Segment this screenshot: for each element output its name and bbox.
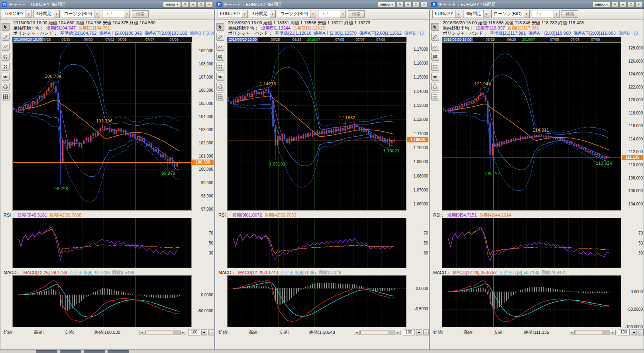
chart-style-select[interactable]: ローソク(BID) <box>278 10 316 18</box>
scroll-thumb[interactable] <box>145 331 173 334</box>
zoom-out-button[interactable]: - <box>423 329 429 335</box>
price-chart[interactable] <box>442 43 621 210</box>
maximize-button[interactable]: □ <box>627 2 634 7</box>
bar-count-input[interactable]: 100 <box>188 329 200 335</box>
search-button[interactable]: 検索 <box>348 10 365 18</box>
bb-dev-a-up-value: 偏差A上[2.00]119.960 <box>528 31 571 35</box>
close-button[interactable]: × <box>420 2 428 7</box>
tool-eye-button[interactable] <box>216 73 224 81</box>
search-button[interactable]: 検索 <box>562 10 578 18</box>
menu-button[interactable]: MENU <box>378 2 396 7</box>
close-button[interactable]: × <box>206 2 213 7</box>
tool-printer-button[interactable] <box>216 83 224 91</box>
tool-candlestick-button[interactable] <box>2 53 10 61</box>
tool-layout-grid-button[interactable] <box>2 93 10 101</box>
zoom-in-button[interactable]: + <box>631 329 636 335</box>
macd-header: MACD：MACD[12-26]-25.8752シグナル[9]-50.7183乖… <box>430 270 644 275</box>
scroll-right-button[interactable] <box>610 330 616 335</box>
macd-chart[interactable] <box>228 276 406 327</box>
tool-markers-button[interactable] <box>216 63 224 71</box>
scroll-track[interactable] <box>575 330 610 335</box>
search-button[interactable]: 検索 <box>132 10 149 18</box>
rsi-chart[interactable] <box>442 218 621 268</box>
minimize-button[interactable]: – <box>190 2 197 7</box>
macd-chart[interactable] <box>442 276 621 327</box>
timeframe-select[interactable]: 4時間足 <box>33 10 59 18</box>
tool-printer-button[interactable] <box>2 83 10 91</box>
rsi-chart[interactable] <box>228 218 406 268</box>
pair-select[interactable]: USD/JPY <box>3 10 31 18</box>
h-scrollbar[interactable] <box>139 330 186 335</box>
pencil-button[interactable]: ✎ <box>611 2 618 7</box>
sma-label: 単純移動平均： <box>13 26 44 30</box>
tool-layout-grid-button[interactable] <box>431 93 439 101</box>
titlebar[interactable]: n チャート：EUR/USD 4時間足 MENU ✎ – □ × <box>215 0 429 9</box>
taskbar-button[interactable] <box>84 350 105 353</box>
zoom-out-button[interactable]: - <box>638 329 644 335</box>
minimize-button[interactable]: – <box>404 2 412 7</box>
pair-select[interactable]: EUR/USD <box>218 10 248 18</box>
tool-line-chart-button[interactable] <box>2 43 10 51</box>
zoom-in-button[interactable]: + <box>416 329 422 335</box>
scroll-right-button[interactable] <box>180 330 186 335</box>
timeframe-select[interactable]: 4時間足 <box>463 10 489 18</box>
taskbar-button[interactable] <box>60 350 81 353</box>
axis-tick-label: 100.000 <box>199 167 213 172</box>
rsi-chart[interactable] <box>13 218 191 268</box>
macd-chart[interactable] <box>13 276 191 327</box>
taskbar-button[interactable] <box>108 350 129 353</box>
titlebar[interactable]: n チャート：EUR/JPY 4時間足 MENU ✎ – □ × <box>430 0 644 9</box>
menu-button[interactable]: MENU <box>163 2 181 7</box>
pencil-button[interactable]: ✎ <box>182 2 189 7</box>
scroll-track[interactable] <box>145 330 180 335</box>
scroll-right-button[interactable] <box>395 330 401 335</box>
tool-markers-button[interactable] <box>2 63 10 71</box>
tool-printer-button[interactable] <box>431 83 439 91</box>
close-button[interactable]: × <box>635 2 642 7</box>
taskbar-button[interactable] <box>36 350 57 353</box>
pencil-button[interactable]: ✎ <box>397 2 404 7</box>
tool-pencil-button[interactable] <box>431 33 439 41</box>
zoom-in-button[interactable]: + <box>201 329 207 335</box>
tool-pencil-button[interactable] <box>216 33 224 41</box>
scroll-thumb[interactable] <box>575 331 603 334</box>
chart-style-select[interactable]: ローソク(BID) <box>62 10 100 18</box>
tool-candlestick-button[interactable] <box>431 53 439 61</box>
chart-style-value: ローソク(BID) <box>62 10 94 18</box>
scroll-left-button[interactable] <box>569 330 575 335</box>
titlebar[interactable]: n チャート：USD/JPY 4時間足 MENU ✎ – □ × <box>0 0 214 9</box>
h-scrollbar[interactable] <box>569 330 616 335</box>
menu-button[interactable]: MENU <box>593 2 611 7</box>
date-input[interactable]: / / <box>318 10 346 18</box>
tool-line-chart-button[interactable] <box>216 43 224 51</box>
minimize-button[interactable]: – <box>619 2 626 7</box>
tool-cursor-button[interactable] <box>431 23 439 31</box>
tool-cursor-button[interactable] <box>216 23 224 31</box>
scroll-left-button[interactable] <box>139 330 145 335</box>
tool-candlestick-button[interactable] <box>216 53 224 61</box>
tool-markers-button[interactable] <box>431 63 439 71</box>
date-input[interactable]: / / <box>532 10 560 18</box>
date-label: 07/09 <box>376 37 385 42</box>
scroll-left-button[interactable] <box>354 330 360 335</box>
price-chart[interactable] <box>228 43 406 210</box>
zoom-out-button[interactable]: - <box>208 329 214 335</box>
tool-layout-grid-button[interactable] <box>216 93 224 101</box>
pair-select[interactable]: EUR/JPY <box>432 10 461 18</box>
maximize-button[interactable]: □ <box>198 2 205 7</box>
date-input[interactable]: / / <box>102 10 130 18</box>
tool-pencil-button[interactable] <box>2 33 10 41</box>
h-scrollbar[interactable] <box>354 330 401 335</box>
scroll-thumb[interactable] <box>360 331 388 334</box>
scroll-track[interactable] <box>360 330 395 335</box>
tool-cursor-button[interactable] <box>2 23 10 31</box>
tool-eye-button[interactable] <box>2 73 10 81</box>
tool-line-chart-button[interactable] <box>431 43 439 51</box>
bar-count-input[interactable]: 100 <box>618 329 630 335</box>
price-chart[interactable] <box>13 43 191 210</box>
chart-style-select[interactable]: ローソク(BID) <box>491 10 530 18</box>
timeframe-select[interactable]: 4時間足 <box>250 10 276 18</box>
tool-eye-button[interactable] <box>431 73 439 81</box>
bar-count-input[interactable]: 100 <box>403 329 415 335</box>
maximize-button[interactable]: □ <box>412 2 420 7</box>
